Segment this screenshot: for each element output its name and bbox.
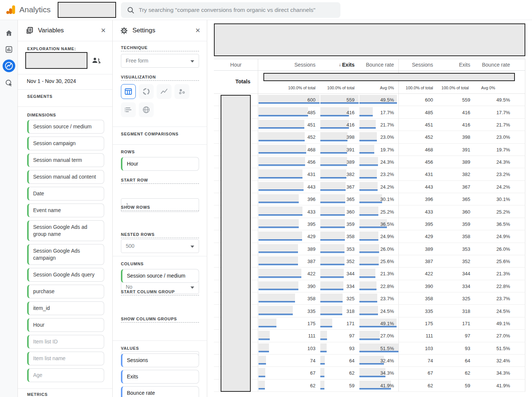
table-row: 42935824.9%42935824.9% xyxy=(214,230,525,243)
metric-cell: 34.3% xyxy=(473,367,525,379)
variables-panel-header: Variables × xyxy=(18,20,112,41)
settings-panel-header: Settings × xyxy=(113,20,207,41)
metric-cell: 389 xyxy=(320,156,359,168)
cell-value-bar xyxy=(359,256,379,265)
dimension-chip[interactable]: Session Google Ads query xyxy=(27,268,104,282)
dimension-chip[interactable]: Session Google Ads campaign xyxy=(27,244,104,265)
metric-cell: 93 xyxy=(438,342,473,354)
settings-close-icon[interactable]: × xyxy=(195,26,200,35)
metric-cell: 416 xyxy=(320,119,359,131)
metric-cell: 391 xyxy=(438,144,473,156)
dimension-chip[interactable]: Session manual term xyxy=(27,153,104,167)
metric-column-header[interactable]: Sessions xyxy=(399,59,438,70)
start-column-group-label: START COLUMN GROUP xyxy=(121,289,199,295)
dimension-chip[interactable]: Item list ID xyxy=(27,335,104,349)
columns-dimension-chip[interactable]: Session source / medium xyxy=(121,269,199,283)
table-row: 38735225.6%38735225.6% xyxy=(214,255,525,268)
advertising-icon[interactable] xyxy=(3,77,15,89)
table-row: 33531824.5%33531824.5% xyxy=(214,305,525,317)
metric-cell: 335 xyxy=(258,305,320,317)
table-row: 39535936.5%39535936.5% xyxy=(214,218,525,230)
explore-icon-active[interactable] xyxy=(3,60,15,72)
scatter-chart-icon xyxy=(178,87,186,96)
dimension-chip[interactable]: Session campaign xyxy=(27,137,104,150)
search-input[interactable]: Try searching "compare conversions from … xyxy=(121,2,340,18)
rows-dimension-chip[interactable]: Hour xyxy=(121,157,199,171)
metric-cell: 21.3% xyxy=(359,268,399,279)
metric-column-header[interactable]: Bounce rate xyxy=(473,59,525,70)
date-range[interactable]: Nov 1 - Nov 30, 2024 xyxy=(27,78,76,84)
cell-value-bar xyxy=(320,331,327,339)
metric-cell: 398 xyxy=(320,131,359,143)
cell-value-bar xyxy=(259,281,298,290)
metric-column-header[interactable]: ↓Exits xyxy=(320,59,359,70)
cell-value-bar xyxy=(259,381,265,389)
metric-cell: 32.4% xyxy=(473,355,525,366)
viz-table-tile[interactable] xyxy=(121,84,136,99)
metric-cell: 429 xyxy=(258,230,320,242)
metric-column-header[interactable]: Exits xyxy=(438,59,473,70)
value-metric-chip[interactable]: Sessions xyxy=(121,353,199,367)
cell-value-bar xyxy=(259,231,302,240)
dimension-chip[interactable]: Item list name xyxy=(27,352,104,365)
dimension-chip[interactable]: Date xyxy=(27,187,104,201)
table-row: 35832523.7%35832523.7% xyxy=(214,292,525,305)
dimension-chip[interactable]: Hour xyxy=(27,318,104,332)
value-metric-chip[interactable]: Exits xyxy=(121,370,199,384)
viz-bar-tile[interactable] xyxy=(121,102,136,117)
metric-cell: 24.3% xyxy=(359,156,399,168)
dimension-chip[interactable]: Session Google Ads ad group name xyxy=(27,220,104,241)
metric-cell: 49.5% xyxy=(473,94,525,106)
redacted-hour-values xyxy=(221,95,251,392)
values-list: SessionsExitsBounce rate xyxy=(121,353,199,397)
home-icon[interactable] xyxy=(3,27,15,39)
cell-value-bar xyxy=(359,157,378,166)
metrics-label: METRICS xyxy=(27,392,48,397)
metric-column-header[interactable]: Bounce rate xyxy=(359,59,399,70)
metric-cell: 431 xyxy=(258,168,320,180)
metric-cell: 352 xyxy=(438,255,473,267)
cell-value-bar xyxy=(259,194,299,203)
dimension-chip[interactable]: Event name xyxy=(27,204,104,217)
metric-cell: 111 xyxy=(399,330,438,342)
viz-line-tile[interactable] xyxy=(157,84,172,99)
dimension-chip[interactable]: purchase xyxy=(27,285,104,298)
metric-cell: 360 xyxy=(320,205,359,217)
metric-cell: 433 xyxy=(399,205,438,217)
redacted-exploration-name-input[interactable] xyxy=(25,52,87,69)
value-metric-chip[interactable]: Bounce rate xyxy=(121,386,199,397)
reports-icon[interactable] xyxy=(3,43,15,56)
hour-column-header[interactable]: Hour xyxy=(214,59,258,70)
metric-cell: 416 xyxy=(438,119,473,131)
viz-geo-tile[interactable] xyxy=(139,102,154,117)
dimension-chip[interactable]: item_id xyxy=(27,301,104,315)
metric-cell: 443 xyxy=(399,181,438,193)
viz-scatter-tile[interactable] xyxy=(174,84,189,99)
metric-cell: 97 xyxy=(438,330,473,342)
metric-cell: 359 xyxy=(438,218,473,230)
viz-donut-tile[interactable] xyxy=(139,84,154,99)
analytics-logo-icon xyxy=(6,5,16,15)
geo-map-icon xyxy=(142,106,150,114)
variables-close-icon[interactable]: × xyxy=(101,26,106,35)
metric-cell: 62 xyxy=(258,380,320,391)
cell-value-bar xyxy=(359,231,378,240)
cell-value-bar xyxy=(259,107,308,116)
dimension-chip[interactable]: Session source / medium xyxy=(27,120,104,134)
metric-cell: 24.5% xyxy=(359,305,399,317)
show-rows-select[interactable]: 500 xyxy=(121,239,199,253)
table-row: 46839119.7%46839119.7% xyxy=(214,144,525,156)
table-row: 44336724.2%44336724.2% xyxy=(214,181,525,193)
metric-cell: 443 xyxy=(258,181,320,193)
technique-select[interactable]: Free form xyxy=(121,54,199,68)
analytics-logo[interactable]: Analytics xyxy=(6,5,51,15)
show-column-groups-label: SHOW COLUMN GROUPS xyxy=(121,317,199,323)
visualization-label: VISUALIZATION xyxy=(121,75,199,81)
dimension-chip[interactable]: Session manual ad content xyxy=(27,170,104,184)
cell-value-bar xyxy=(359,244,379,253)
share-users-icon[interactable] xyxy=(91,56,101,65)
metric-column-header[interactable]: Sessions xyxy=(258,59,320,70)
redacted-account-selector[interactable] xyxy=(58,2,116,18)
dimension-chip[interactable]: Age xyxy=(27,368,104,382)
metric-cell: 103 xyxy=(399,342,438,354)
